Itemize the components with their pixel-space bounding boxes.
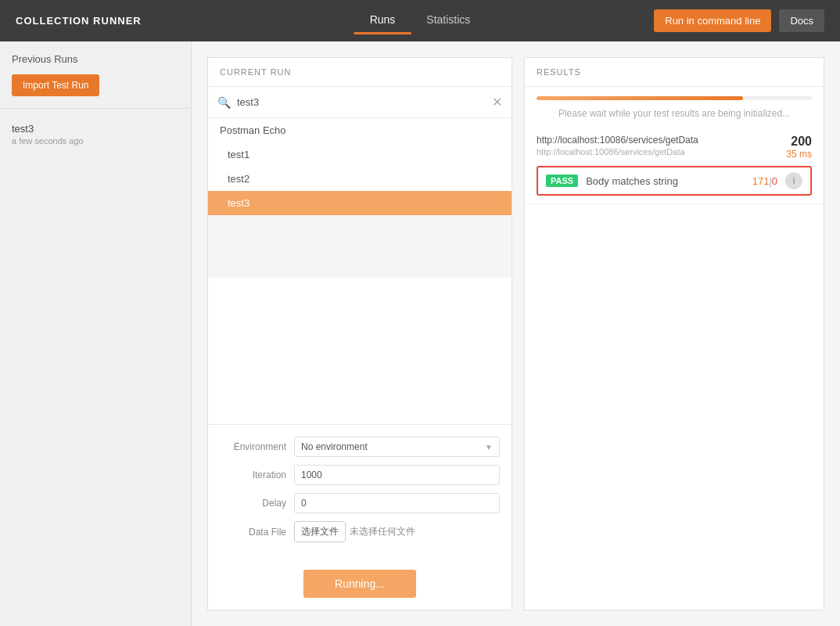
form-row-iteration: Iteration bbox=[220, 465, 500, 485]
result-url-row: http://localhost:10086/services/getData … bbox=[537, 135, 812, 160]
sidebar-item-time: a few seconds ago bbox=[12, 136, 179, 146]
collection-group-label[interactable]: Postman Echo bbox=[208, 118, 512, 142]
clear-icon[interactable]: ✕ bbox=[492, 95, 502, 110]
result-status-code: 200 bbox=[786, 135, 812, 149]
sidebar-divider bbox=[0, 108, 191, 109]
header: COLLECTION RUNNER Runs Statistics Run in… bbox=[0, 0, 840, 41]
tree-item-test3[interactable]: test3 bbox=[208, 191, 512, 215]
count-pass: 171 bbox=[752, 175, 770, 187]
result-item: http://localhost:10086/services/getData … bbox=[525, 127, 824, 204]
file-input-area: 选择文件 未选择任何文件 bbox=[294, 521, 500, 542]
docs-button[interactable]: Docs bbox=[779, 9, 824, 32]
info-icon[interactable]: i bbox=[785, 172, 802, 189]
environment-select[interactable]: No environment ▼ bbox=[294, 437, 500, 457]
content-area: CURRENT RUN 🔍 ✕ Postman Echo test1 test2… bbox=[192, 41, 840, 626]
result-response-time: 35 ms bbox=[786, 149, 812, 160]
form-row-data-file: Data File 选择文件 未选择任何文件 bbox=[220, 521, 500, 542]
collection-tree: Postman Echo test1 test2 test3 bbox=[208, 118, 512, 424]
delay-input[interactable] bbox=[294, 493, 500, 513]
current-run-title: CURRENT RUN bbox=[208, 58, 512, 87]
form-row-delay: Delay bbox=[220, 493, 500, 513]
sidebar-header: Previous Runs bbox=[0, 53, 191, 74]
progress-bar-background bbox=[537, 96, 812, 100]
sidebar-item-test3[interactable]: test3 a few seconds ago bbox=[0, 117, 191, 152]
pass-badge: PASS bbox=[546, 174, 578, 187]
result-url-primary: http://localhost:10086/services/getData bbox=[537, 135, 698, 146]
result-url-secondary: http://localhost:10086/services/getData bbox=[537, 147, 698, 156]
header-actions: Run in command line Docs bbox=[654, 9, 824, 32]
search-box: 🔍 ✕ bbox=[208, 87, 512, 118]
environment-label: Environment bbox=[220, 441, 286, 452]
test-result-row: PASS Body matches string 171|0 i bbox=[537, 166, 812, 196]
iteration-label: Iteration bbox=[220, 470, 286, 480]
test-name: Body matches string bbox=[586, 175, 745, 187]
chevron-down-icon: ▼ bbox=[485, 443, 493, 452]
header-tabs: Runs Statistics bbox=[354, 7, 486, 34]
empty-tree-area bbox=[208, 215, 512, 278]
iteration-input[interactable] bbox=[294, 465, 500, 485]
sidebar: Previous Runs Import Test Run test3 a fe… bbox=[0, 41, 192, 626]
tree-item-test2[interactable]: test2 bbox=[208, 167, 512, 191]
tab-statistics[interactable]: Statistics bbox=[411, 7, 486, 34]
results-panel: RESULTS Please wait while your test resu… bbox=[524, 57, 824, 610]
test-counts: 171|0 bbox=[752, 175, 777, 187]
environment-value: No environment bbox=[301, 441, 481, 452]
form-section: Environment No environment ▼ Iteration D… bbox=[208, 424, 512, 562]
results-title: RESULTS bbox=[525, 58, 824, 87]
data-file-label: Data File bbox=[220, 527, 286, 538]
search-input[interactable] bbox=[237, 96, 486, 108]
tree-item-test1[interactable]: test1 bbox=[208, 142, 512, 167]
running-button[interactable]: Running... bbox=[303, 570, 416, 598]
result-url-block: http://localhost:10086/services/getData … bbox=[537, 135, 698, 156]
progress-bar-area bbox=[525, 87, 824, 104]
current-run-panel: CURRENT RUN 🔍 ✕ Postman Echo test1 test2… bbox=[207, 57, 512, 610]
search-icon: 🔍 bbox=[217, 96, 231, 109]
file-none-text: 未选择任何文件 bbox=[350, 525, 415, 538]
progress-bar-fill bbox=[537, 96, 743, 100]
initializing-text: Please wait while your test results are … bbox=[525, 104, 824, 127]
sidebar-item-name: test3 bbox=[12, 123, 179, 135]
import-test-run-button[interactable]: Import Test Run bbox=[12, 74, 99, 96]
main-layout: Previous Runs Import Test Run test3 a fe… bbox=[0, 41, 840, 626]
count-fail: 0 bbox=[772, 175, 777, 187]
form-row-environment: Environment No environment ▼ bbox=[220, 437, 500, 457]
run-button-area: Running... bbox=[208, 562, 512, 610]
app-title: COLLECTION RUNNER bbox=[16, 15, 142, 27]
file-choose-button[interactable]: 选择文件 bbox=[294, 521, 346, 542]
tab-runs[interactable]: Runs bbox=[354, 7, 411, 34]
run-command-line-button[interactable]: Run in command line bbox=[654, 9, 771, 32]
result-status: 200 35 ms bbox=[786, 135, 812, 160]
delay-label: Delay bbox=[220, 498, 286, 509]
